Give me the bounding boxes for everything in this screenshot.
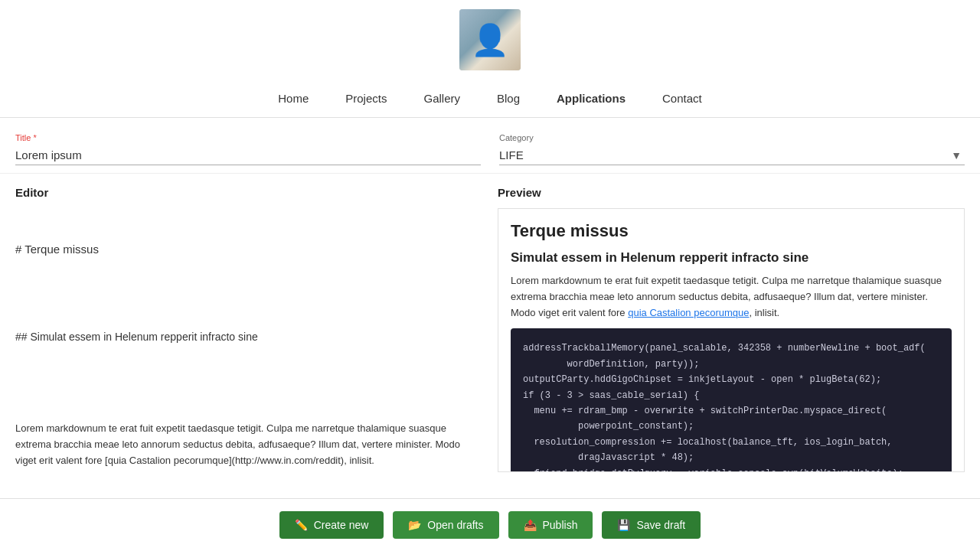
editor-para: Lorem markdownum te erat fuit expetit ta… xyxy=(15,421,482,468)
nav-item-projects[interactable]: Projects xyxy=(345,89,387,108)
save-draft-label: Save draft xyxy=(636,519,685,531)
nav-item-contact[interactable]: Contact xyxy=(662,89,702,108)
open-drafts-button[interactable]: 📂 Open drafts xyxy=(393,511,498,539)
preview-para-link[interactable]: quia Castalion pecorumque xyxy=(628,307,749,318)
category-label: Category xyxy=(499,133,965,142)
save-draft-button[interactable]: 💾 Save draft xyxy=(602,511,701,539)
bottom-toolbar: ✏️ Create new 📂 Open drafts 📤 Publish 💾 … xyxy=(0,498,980,551)
category-select-wrap: LIFE TECH TRAVEL FOOD OTHER ▼ xyxy=(499,145,965,165)
preview-title: Preview xyxy=(498,186,965,199)
title-input[interactable] xyxy=(15,145,481,165)
preview-para-end: , inlisit. xyxy=(749,307,779,318)
save-icon: 💾 xyxy=(617,519,630,531)
category-field-group: Category LIFE TECH TRAVEL FOOD OTHER ▼ xyxy=(499,133,965,165)
preview-panel: Preview Terque missus Simulat essem in H… xyxy=(498,186,965,472)
open-drafts-label: Open drafts xyxy=(427,519,483,531)
nav-item-applications[interactable]: Applications xyxy=(557,89,626,108)
preview-para: Lorem markdownum te erat fuit expetit ta… xyxy=(511,273,952,321)
create-new-label: Create new xyxy=(314,519,369,531)
publish-button[interactable]: 📤 Publish xyxy=(508,511,593,539)
nav-item-home[interactable]: Home xyxy=(278,89,309,108)
avatar-image xyxy=(459,9,521,70)
category-select[interactable]: LIFE TECH TRAVEL FOOD OTHER xyxy=(499,145,965,165)
create-new-button[interactable]: ✏️ Create new xyxy=(279,511,384,539)
editor-h2: ## Simulat essem in Helenum repperit inf… xyxy=(15,328,482,345)
editor-content: # Terque missus ## Simulat essem in Hele… xyxy=(15,208,482,472)
title-field-group: Title * xyxy=(15,133,481,165)
folder-icon: 📂 xyxy=(408,519,421,531)
header: Home Projects Gallery Blog Applications … xyxy=(0,0,980,118)
nav-item-gallery[interactable]: Gallery xyxy=(423,89,460,108)
editor-h1: # Terque missus xyxy=(15,240,482,259)
nav-item-blog[interactable]: Blog xyxy=(497,89,520,108)
publish-label: Publish xyxy=(543,519,578,531)
editor-title: Editor xyxy=(15,186,482,199)
preview-h1: Terque missus xyxy=(511,221,952,241)
editor-panel: Editor # Terque missus ## Simulat essem … xyxy=(15,186,482,472)
avatar xyxy=(459,9,521,70)
preview-h2: Simulat essem in Helenum repperit infrac… xyxy=(511,250,952,266)
pencil-icon: ✏️ xyxy=(295,519,308,531)
upload-icon: 📤 xyxy=(524,519,537,531)
form-area: Title * Category LIFE TECH TRAVEL FOOD O… xyxy=(0,118,980,174)
nav: Home Projects Gallery Blog Applications … xyxy=(278,80,701,117)
preview-code: addressTrackballMemory(panel_scalable, 3… xyxy=(511,328,952,472)
preview-scroll[interactable]: Terque missus Simulat essem in Helenum r… xyxy=(498,208,965,472)
editor-scroll[interactable]: # Terque missus ## Simulat essem in Hele… xyxy=(15,208,482,472)
title-label: Title * xyxy=(15,133,481,142)
main-content: Editor # Terque missus ## Simulat essem … xyxy=(0,174,980,533)
